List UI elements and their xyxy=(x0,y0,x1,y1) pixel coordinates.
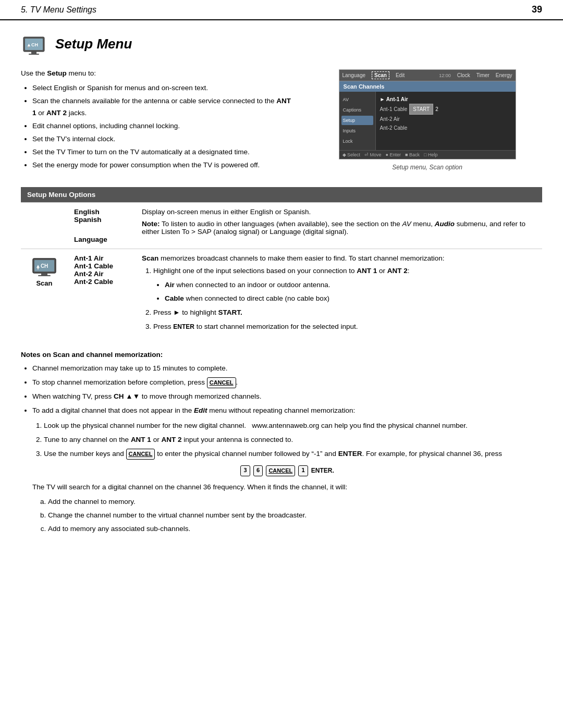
cancel-key-2: CANCEL xyxy=(126,449,155,460)
menu-language: Language xyxy=(342,72,366,78)
scan-sub-bullets: Air when connected to an indoor or outdo… xyxy=(153,279,536,305)
air-option: Air when connected to an indoor or outdo… xyxy=(165,279,536,291)
language-desc-cell: Display on-screen menus in either Englis… xyxy=(136,202,542,249)
scan-desc-cell: Scan memorizes broadcast channels to mak… xyxy=(136,249,542,340)
language-label: Language xyxy=(74,236,129,243)
intro-section: Use the Setup menu to: Select English or… xyxy=(21,69,542,172)
note-bullet-3: When watching TV, press CH ▲▼ to move th… xyxy=(32,391,542,403)
options-table: Setup Menu Options English Spanish Langu… xyxy=(21,187,542,341)
bullet-3: Edit channel options, including channel … xyxy=(32,120,297,132)
page-header: 5. TV Menu Settings 39 xyxy=(0,0,563,20)
notes-bullets: Channel memorization may take up to 15 m… xyxy=(21,363,542,535)
scan-channels-header: Scan Channels xyxy=(339,81,516,92)
sidebar-av: AV xyxy=(341,95,373,104)
sidebar-setup: Setup xyxy=(341,116,373,125)
table-header-row: Setup Menu Options xyxy=(21,187,542,203)
main-content: ▲CH ▼ Setup Menu Use the Setup menu to: … xyxy=(0,31,563,564)
note-numbered: Look up the physical channel number for … xyxy=(32,420,542,460)
scan-step-1: Highlight one of the input selections ba… xyxy=(153,265,536,305)
final-text: The TV will search for a digital channel… xyxy=(32,482,542,493)
english-label: English xyxy=(74,208,129,216)
channel-ant2-air: Ant-2 Air xyxy=(380,115,511,124)
note-bullet-4: To add a digital channel that does not a… xyxy=(32,405,542,535)
channel-ant2-cable: Ant-2 Cable xyxy=(380,124,511,132)
bullet-2: Scan the channels available for the ante… xyxy=(32,95,297,119)
menu-timer: Timer xyxy=(476,72,489,78)
channel-ant1-air: ► Ant-1 Air xyxy=(380,95,511,104)
tv-channel-list: ► Ant-1 Air Ant-1 Cable START2 Ant-2 Air… xyxy=(380,95,511,132)
alpha-a: Add the channel to memory. xyxy=(48,496,542,508)
section-title: Setup Menu xyxy=(55,36,132,52)
tv-clock: 12:00 xyxy=(439,73,451,78)
cancel-key-1: CANCEL xyxy=(207,377,236,388)
scan-icon-wrapper: ▲CH ▼ Scan xyxy=(27,254,62,287)
ant2-cable-label: Ant-2 Cable xyxy=(74,278,129,286)
ant1-air-label: Ant-1 Air xyxy=(74,254,129,262)
bullet-6: Set the energy mode for power consumptio… xyxy=(32,159,297,171)
note-bullet-1: Channel memorization may take up to 15 m… xyxy=(32,363,542,375)
tv-select: ◆ Select xyxy=(342,152,361,157)
svg-rect-3 xyxy=(29,54,39,55)
tv-main-area: AV Captions Setup Inputs Lock ► Ant-1 Ai… xyxy=(339,92,516,150)
page-number: 39 xyxy=(532,4,542,15)
tv-move: ⏎ Move xyxy=(364,152,382,157)
scan-options-cell: Ant-1 Air Ant-1 Cable Ant-2 Air Ant-2 Ca… xyxy=(68,249,136,340)
note-step-3: Use the number keys and CANCEL to enter … xyxy=(44,448,542,460)
alpha-b: Change the channel number to the virtual… xyxy=(48,510,542,522)
svg-rect-2 xyxy=(31,52,36,54)
sidebar-inputs: Inputs xyxy=(341,126,373,135)
key-6: 6 xyxy=(253,465,263,476)
scan-label-text: Scan xyxy=(36,279,52,287)
bullet-5: Set the TV Timer to turn on the TV autom… xyxy=(32,146,297,158)
scan-icon-cell: ▲CH ▼ Scan xyxy=(21,249,68,340)
svg-text:▼: ▼ xyxy=(27,45,30,49)
scan-steps: Highlight one of the input selections ba… xyxy=(142,265,536,334)
key-cancel: CANCEL xyxy=(266,465,295,476)
screenshot-area: Language Scan Edit 12:00 Clock Timer Ene… xyxy=(312,69,542,172)
notes-title: Notes on Scan and channel memorization: xyxy=(21,351,542,359)
key-enter: ENTER. xyxy=(311,465,334,476)
channel-ant1-cable: Ant-1 Cable START2 xyxy=(380,104,511,115)
tv-bottom-bar: ◆ Select ⏎ Move ● Enter ■ Back □ Help xyxy=(339,150,516,159)
ant2-air-label: Ant-2 Air xyxy=(74,270,129,278)
cable-option: Cable when connected to direct cable (no… xyxy=(165,293,536,305)
svg-rect-9 xyxy=(38,275,51,276)
tv-content-area: ► Ant-1 Air Ant-1 Cable START2 Ant-2 Air… xyxy=(376,92,516,150)
tv-screenshot: Language Scan Edit 12:00 Clock Timer Ene… xyxy=(339,69,516,159)
tv-menu-bar: Language Scan Edit 12:00 Clock Timer Ene… xyxy=(339,70,516,81)
menu-scan-active: Scan xyxy=(372,71,389,79)
scan-tv-icon: ▲CH ▼ xyxy=(32,254,57,277)
tv-icon: ▲CH ▼ xyxy=(21,31,47,57)
bullet-1: Select English or Spanish for menus and … xyxy=(32,82,297,94)
intro-left: Use the Setup menu to: Select English or… xyxy=(21,69,297,172)
scan-step-2: Press ► to highlight START. xyxy=(153,307,536,319)
tv-sidebar: AV Captions Setup Inputs Lock xyxy=(339,92,376,150)
notes-section: Notes on Scan and channel memorization: … xyxy=(21,351,542,535)
sidebar-lock: Lock xyxy=(341,137,373,146)
alpha-list: Add the channel to memory. Change the ch… xyxy=(32,496,542,535)
language-icon-cell xyxy=(21,202,68,249)
scan-row: ▲CH ▼ Scan Ant-1 Air Ant-1 Cable Ant-2 A… xyxy=(21,249,542,340)
language-row: English Spanish Language Display on-scre… xyxy=(21,202,542,249)
intro-bullets: Select English or Spanish for menus and … xyxy=(21,82,297,171)
language-options-cell: English Spanish Language xyxy=(68,202,136,249)
section-title-block: ▲CH ▼ Setup Menu xyxy=(21,31,542,57)
svg-text:▼: ▼ xyxy=(36,266,40,271)
scan-desc-main: Scan memorizes broadcast channels to mak… xyxy=(142,254,536,262)
language-note: Note: To listen to audio in other langua… xyxy=(142,220,536,236)
svg-rect-8 xyxy=(41,273,47,275)
note-bullet-2: To stop channel memorization before comp… xyxy=(32,377,542,389)
table-header-cell: Setup Menu Options xyxy=(21,187,542,203)
key-sequence-row: 3 6 CANCEL 1 ENTER. xyxy=(32,465,542,476)
scan-step-3: Press ENTER to start channel memorizatio… xyxy=(153,321,536,333)
tv-back: ■ Back xyxy=(405,152,420,157)
tv-enter: ● Enter xyxy=(386,152,401,157)
bullet-4: Set the TV’s internal clock. xyxy=(32,133,297,145)
alpha-c: Add to memory any associated sub-channel… xyxy=(48,523,542,535)
note-step-1: Look up the physical channel number for … xyxy=(44,420,542,432)
ant1-cable-label: Ant-1 Cable xyxy=(74,262,129,270)
spanish-label: Spanish xyxy=(74,216,129,224)
sidebar-captions: Captions xyxy=(341,105,373,115)
intro-bold: Setup xyxy=(47,69,67,77)
channel-number: 2 xyxy=(435,105,438,114)
